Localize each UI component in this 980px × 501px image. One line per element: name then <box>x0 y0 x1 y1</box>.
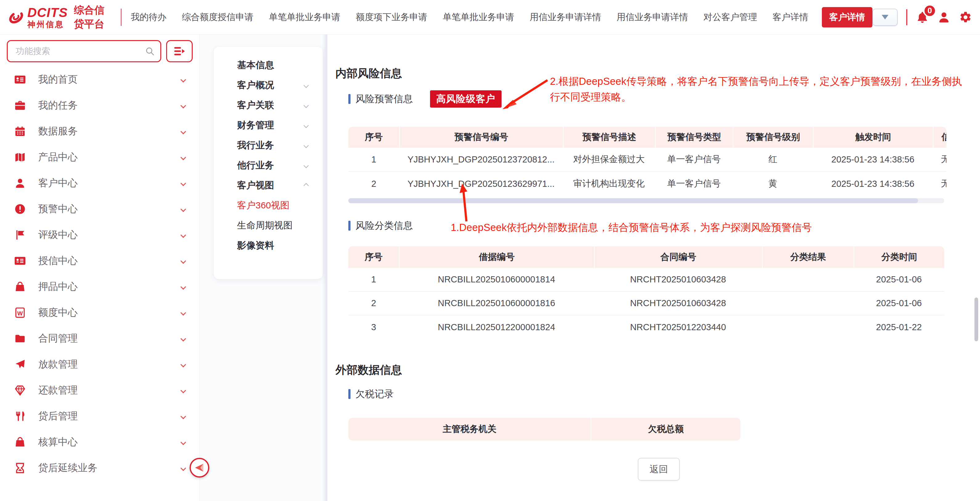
submenu-item[interactable]: 客户360视图 <box>214 196 323 216</box>
table-cell <box>762 268 854 291</box>
table-cell: NRCBILL2025010600001816 <box>399 292 594 315</box>
paper-plane-icon <box>14 359 26 370</box>
sidebar-item-label: 评级中心 <box>38 228 78 242</box>
table-cell: 3 <box>348 315 399 339</box>
sidebar-item[interactable]: 放款管理 <box>0 351 199 377</box>
table-header-row: 主管税务机关欠税总额 <box>348 418 740 441</box>
top-nav-item[interactable]: 用信业务申请详情 <box>530 11 601 24</box>
user-icon[interactable] <box>937 11 950 24</box>
chevron-down-icon <box>180 336 186 341</box>
menu-list-icon <box>173 45 186 57</box>
chevron-down-icon <box>180 129 186 134</box>
section-bar <box>348 221 350 231</box>
sidebar-item[interactable]: 合同管理 <box>0 326 199 351</box>
submenu-item[interactable]: 影像资料 <box>214 235 323 256</box>
top-nav-item[interactable]: 单笔单批业务申请 <box>443 11 514 24</box>
chevron-down-icon <box>180 439 186 445</box>
top-nav-item[interactable]: 额度项下业务申请 <box>356 11 427 24</box>
chevron-down-icon <box>180 414 186 419</box>
sidebar-item[interactable]: 产品中心 <box>0 144 199 170</box>
table-header-row: 序号预警信号编号预警信号描述预警信号类型预警信号级别触发时间信 <box>348 127 947 148</box>
column-header: 主管税务机关 <box>348 418 591 441</box>
sidebar-item[interactable]: 我的首页 <box>0 67 199 92</box>
chevron-down-icon <box>304 143 309 148</box>
column-header: 合同编号 <box>594 247 762 268</box>
sidebar-item[interactable]: W额度中心 <box>0 300 199 326</box>
sidebar-item[interactable]: 押品中心 <box>0 274 199 300</box>
sidebar-item[interactable]: 数据服务 <box>0 118 199 144</box>
column-header: 触发时间 <box>813 127 933 148</box>
submenu-item[interactable]: 生命周期视图 <box>214 216 323 235</box>
sidebar-item-label: 贷后延续业务 <box>38 461 97 475</box>
chevron-down-icon <box>180 310 186 315</box>
table-row: 1YJBHYJXH_DGP20250123720812...对外担保金额过大单一… <box>348 148 947 172</box>
sidebar-item[interactable]: 贷后延续业务 <box>0 455 199 481</box>
table-header-row: 序号借据编号合同编号分类结果分类时间 <box>348 247 944 268</box>
sidebar-item[interactable]: 我的任务 <box>0 92 199 118</box>
sidebar-item[interactable]: 核算中心 <box>0 429 199 455</box>
top-nav-item[interactable]: 用信业务申请详情 <box>617 11 688 24</box>
tax-record-table: 主管税务机关欠税总额 <box>348 418 740 441</box>
chevron-down-icon <box>180 154 186 160</box>
chevron-down-icon <box>304 123 309 128</box>
sidebar-item[interactable]: 预警中心 <box>0 196 199 222</box>
notifications-button[interactable]: 0 <box>916 11 929 24</box>
active-tab-button[interactable]: 客户详情 <box>822 7 872 27</box>
top-nav-item[interactable]: 综合额度授信申请 <box>182 11 253 24</box>
tab-overflow-dropdown[interactable] <box>872 9 898 26</box>
table-cell: NRCHT2025012203440 <box>594 315 762 339</box>
chevron-down-icon <box>180 258 186 264</box>
submenu-item[interactable]: 我行业务 <box>214 135 323 155</box>
submenu-item[interactable]: 财务管理 <box>214 115 323 135</box>
topbar: DCITS 神州信息 综合信贷平台 我的待办综合额度授信申请单笔单批业务申请额度… <box>0 0 980 35</box>
chevron-down-icon <box>180 465 186 471</box>
table-cell: 审计机构出现变化 <box>563 172 655 196</box>
subsection-title: 风险预警信息 <box>355 92 413 105</box>
user-icon <box>14 177 26 189</box>
chevron-down-icon <box>180 180 186 186</box>
bag-icon <box>14 436 26 448</box>
submenu-item-label: 客户概况 <box>237 79 274 92</box>
submenu-item[interactable]: 客户关联 <box>214 95 323 115</box>
chevron-down-icon <box>304 83 309 88</box>
hourglass-icon <box>14 462 26 474</box>
submenu-item[interactable]: 客户概况 <box>214 75 323 95</box>
annotation-arrow-icon <box>499 77 551 115</box>
scrollbar-thumb[interactable] <box>348 198 918 203</box>
sidebar-item[interactable]: 客户中心 <box>0 170 199 196</box>
top-nav-item[interactable]: 对公客户管理 <box>703 11 757 24</box>
sidebar-item-label: 授信中心 <box>38 254 78 267</box>
sidebar-item[interactable]: 授信中心 <box>0 248 199 274</box>
table-cell: NRCBILL2025012200001824 <box>399 315 594 339</box>
chevron-down-icon <box>304 163 309 168</box>
search-input[interactable] <box>15 46 142 56</box>
sidebar-item-label: 押品中心 <box>38 280 78 294</box>
submenu-item[interactable]: 他行业务 <box>214 155 323 175</box>
sidebar-item-label: 放款管理 <box>38 358 78 371</box>
submenu-item-label: 基本信息 <box>237 59 274 72</box>
submenu-item[interactable]: 客户视图 <box>214 175 323 196</box>
column-header: 分类时间 <box>854 247 944 268</box>
annotation-transmission-strategy: 2.根据DeepSeek传导策略，将客户名下预警信号向上传导，定义客户预警级别，… <box>550 73 963 105</box>
page-scrollbar[interactable] <box>974 297 978 341</box>
sidebar-item-label: 数据服务 <box>38 124 78 138</box>
menu-toggle-button[interactable] <box>166 40 192 62</box>
sidebar-item-label: 我的任务 <box>38 99 78 112</box>
back-button[interactable]: 返回 <box>638 458 680 481</box>
subsection-title: 欠税记录 <box>355 388 394 401</box>
top-nav-item[interactable]: 客户详情 <box>773 11 808 24</box>
table-cell: 无 <box>933 172 947 196</box>
top-nav-item[interactable]: 单笔单批业务申请 <box>269 11 340 24</box>
collapse-float-button[interactable] <box>189 458 209 477</box>
submenu-panel: 基本信息客户概况客户关联财务管理我行业务他行业务客户视图客户360视图生命周期视… <box>200 35 328 501</box>
submenu-item[interactable]: 基本信息 <box>214 55 323 75</box>
table-cell: 2025-01-06 <box>854 268 944 291</box>
brand-logo: DCITS 神州信息 综合信贷平台 <box>8 3 112 31</box>
sidebar-item-label: 产品中心 <box>38 151 78 164</box>
sidebar-item[interactable]: 还款管理 <box>0 377 199 403</box>
gear-icon[interactable] <box>959 11 972 24</box>
dcits-logo-icon <box>8 4 24 30</box>
top-nav-item[interactable]: 我的待办 <box>131 11 167 24</box>
sidebar-item[interactable]: 贷后管理 <box>0 403 199 429</box>
sidebar-item[interactable]: 评级中心 <box>0 222 199 248</box>
